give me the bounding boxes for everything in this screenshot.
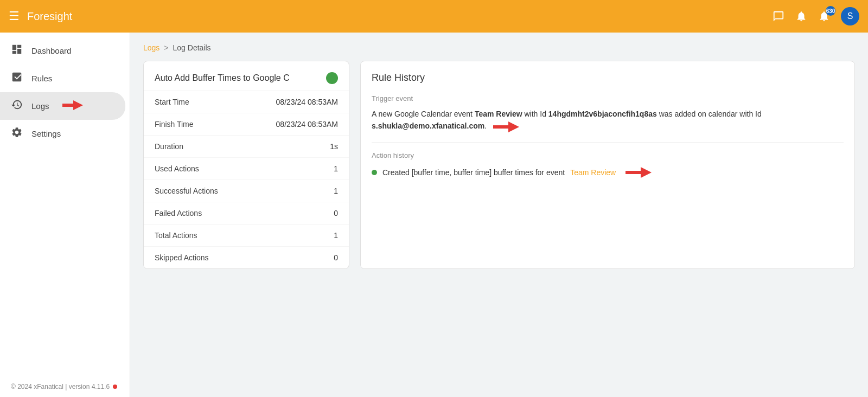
stat-start-time: Start Time 08/23/24 08:53AM (144, 91, 349, 113)
dashboard-icon (11, 43, 23, 58)
footer-status-dot (113, 385, 117, 389)
trigger-end: . (484, 121, 487, 130)
status-active-dot (326, 72, 338, 84)
header-actions: 630 S (769, 7, 859, 25)
stat-duration: Duration 1s (144, 136, 349, 158)
logs-icon (11, 99, 23, 113)
page-layout: Dashboard Rules Logs (0, 33, 868, 397)
stat-total-actions-label: Total Actions (155, 231, 197, 240)
sidebar-item-logs-label: Logs (31, 101, 49, 111)
rule-history-card: Rule History Trigger event A new Google … (360, 61, 855, 269)
alert-button[interactable] (792, 7, 810, 25)
sidebar-footer: © 2024 xFanatical | version 4.11.6 (0, 376, 130, 397)
stat-failed-actions-value: 0 (334, 209, 338, 217)
stat-duration-value: 1s (330, 142, 338, 151)
trigger-event-id: 14hgdmht2v6bjaconcfih1q8as (548, 110, 657, 118)
sidebar-item-logs[interactable]: Logs (0, 92, 125, 120)
trigger-arrow-annotation (493, 120, 519, 133)
stat-successful-actions-value: 1 (334, 187, 338, 195)
stat-finish-time: Finish Time 08/23/24 08:53AM (144, 113, 349, 136)
action-history-section: Action history Created [buffer time, buf… (372, 151, 844, 179)
stat-failed-actions-label: Failed Actions (155, 209, 202, 217)
breadcrumb-separator: > (164, 43, 168, 52)
settings-icon (11, 126, 23, 141)
stat-skipped-actions-value: 0 (334, 253, 338, 262)
trigger-prefix: A new Google Calendar event (372, 110, 475, 118)
trigger-event-name: Team Review (475, 110, 522, 118)
avatar[interactable]: S (841, 7, 859, 25)
stat-used-actions-label: Used Actions (155, 164, 199, 173)
sidebar-nav: Dashboard Rules Logs (0, 33, 130, 376)
stats-table: Start Time 08/23/24 08:53AM Finish Time … (144, 91, 349, 268)
action-status-dot (372, 170, 377, 175)
stat-used-actions: Used Actions 1 (144, 158, 349, 180)
chat-button[interactable] (769, 7, 788, 25)
rule-card-title: Auto Add Buffer Times to Google C (155, 73, 307, 83)
content-grid: Auto Add Buffer Times to Google C Start … (143, 61, 855, 269)
svg-marker-1 (493, 121, 519, 132)
stat-finish-time-value: 08/23/24 08:53AM (276, 120, 338, 129)
stat-skipped-actions: Skipped Actions 0 (144, 247, 349, 268)
trigger-suffix: was added on calendar with Id (657, 110, 762, 118)
stat-used-actions-value: 1 (334, 164, 338, 173)
action-arrow-annotation (626, 166, 652, 179)
svg-marker-0 (62, 100, 83, 110)
action-text-prefix: Created [buffer time, buffer time] buffe… (382, 168, 565, 177)
stat-finish-time-label: Finish Time (155, 120, 194, 129)
rules-icon (11, 71, 23, 86)
trigger-calendar-id: s.shukla@demo.xfanatical.com (372, 121, 484, 130)
action-event-link[interactable]: Team Review (570, 168, 616, 177)
history-title: Rule History (372, 72, 844, 84)
sidebar-item-settings-label: Settings (31, 129, 61, 138)
stat-skipped-actions-label: Skipped Actions (155, 253, 209, 262)
notification-bell[interactable]: 630 (815, 7, 833, 25)
stat-successful-actions: Successful Actions 1 (144, 180, 349, 202)
stat-start-time-label: Start Time (155, 98, 189, 106)
rule-card-header: Auto Add Buffer Times to Google C (144, 61, 349, 91)
app-title: Foresight (27, 10, 769, 23)
logs-arrow-annotation (62, 99, 83, 113)
trigger-text: A new Google Calendar event Team Review … (372, 108, 844, 143)
sidebar-item-rules[interactable]: Rules (0, 65, 125, 92)
action-item: Created [buffer time, buffer time] buffe… (372, 166, 844, 179)
sidebar-item-dashboard[interactable]: Dashboard (0, 37, 125, 65)
rule-card: Auto Add Buffer Times to Google C Start … (143, 61, 349, 269)
stat-duration-label: Duration (155, 142, 183, 151)
stat-start-time-value: 08/23/24 08:53AM (276, 98, 338, 106)
stat-total-actions: Total Actions 1 (144, 225, 349, 247)
stat-successful-actions-label: Successful Actions (155, 187, 218, 195)
svg-marker-2 (626, 167, 652, 178)
footer-text: © 2024 xFanatical | version 4.11.6 (11, 383, 110, 390)
stat-failed-actions: Failed Actions 0 (144, 202, 349, 225)
main-content: Logs > Log Details Auto Add Buffer Times… (130, 33, 868, 397)
action-history-label: Action history (372, 151, 844, 159)
sidebar-item-settings[interactable]: Settings (0, 120, 125, 148)
sidebar: Dashboard Rules Logs (0, 33, 130, 397)
sidebar-item-dashboard-label: Dashboard (31, 46, 71, 55)
notification-count: 630 (826, 6, 835, 16)
breadcrumb-current: Log Details (173, 43, 211, 52)
breadcrumb: Logs > Log Details (143, 43, 855, 52)
stat-total-actions-value: 1 (334, 231, 338, 240)
menu-icon[interactable]: ☰ (9, 9, 20, 23)
breadcrumb-logs-link[interactable]: Logs (143, 43, 159, 52)
sidebar-item-rules-label: Rules (31, 74, 52, 83)
trigger-label: Trigger event (372, 94, 844, 103)
trigger-mid: with Id (522, 110, 548, 118)
app-header: ☰ Foresight 630 S (0, 0, 868, 33)
